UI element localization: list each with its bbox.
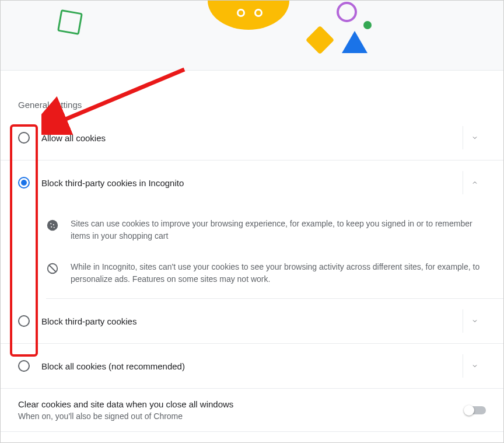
toggle-title: Clear cookies and site data when you clo… [18,399,465,409]
block-icon [46,262,59,275]
radio-button[interactable] [18,315,30,327]
detail-item: While in Incognito, sites can't use your… [46,252,486,295]
svg-line-6 [50,266,56,272]
svg-point-2 [53,224,54,225]
chevron-up-icon [471,179,478,186]
chevron-down-icon [471,318,478,325]
toggle-switch[interactable] [465,406,486,414]
radio-button[interactable] [18,132,30,144]
expand-button[interactable] [463,354,486,378]
chevron-down-icon [471,134,478,141]
svg-point-3 [51,226,52,228]
option-details: Sites can use cookies to improve your br… [1,205,503,298]
yellow-diamond-icon [306,26,334,54]
radio-button-selected[interactable] [18,177,30,189]
radio-button[interactable] [18,360,30,372]
section-title: General settings [1,71,503,116]
purple-ring-icon [337,2,357,22]
detail-item: Sites can use cookies to improve your br… [46,208,486,252]
green-square-icon [57,9,83,35]
eye-icon [254,9,262,17]
option-label: Allow all cookies [41,133,457,143]
option-block-all-cookies[interactable]: Block all cookies (not recommended) [1,344,503,389]
svg-point-0 [47,220,58,231]
option-label: Block all cookies (not recommended) [41,361,457,371]
option-block-third-party-incognito[interactable]: Block third-party cookies in Incognito [1,161,503,205]
yellow-character-icon [208,0,289,30]
option-block-third-party[interactable]: Block third-party cookies [1,299,503,344]
toggle-clear-cookies-on-close: Clear cookies and site data when you clo… [1,389,503,432]
toggle-subtitle: When on, you'll also be signed out of Ch… [18,411,465,421]
expand-button[interactable] [463,309,486,333]
option-allow-all-cookies[interactable]: Allow all cookies [1,116,503,161]
toggle-text: Clear cookies and site data when you clo… [18,399,465,421]
green-dot-icon [363,21,372,29]
chevron-down-icon [471,362,478,369]
collapse-button[interactable] [463,171,486,194]
detail-text: While in Incognito, sites can't use your… [71,261,486,285]
option-label: Block third-party cookies [41,316,457,326]
blue-triangle-icon [342,31,368,53]
svg-point-4 [54,227,55,228]
svg-point-1 [50,223,51,224]
settings-content: General settings Allow all cookies Block… [1,71,503,443]
eye-icon [237,9,245,17]
expand-button[interactable] [463,126,486,149]
cookie-icon [46,219,59,232]
hero-illustration [1,1,503,71]
detail-text: Sites can use cookies to improve your br… [71,218,486,242]
toggle-do-not-track: Send a "Do Not Track" request with your … [1,432,503,443]
option-label: Block third-party cookies in Incognito [41,178,457,188]
